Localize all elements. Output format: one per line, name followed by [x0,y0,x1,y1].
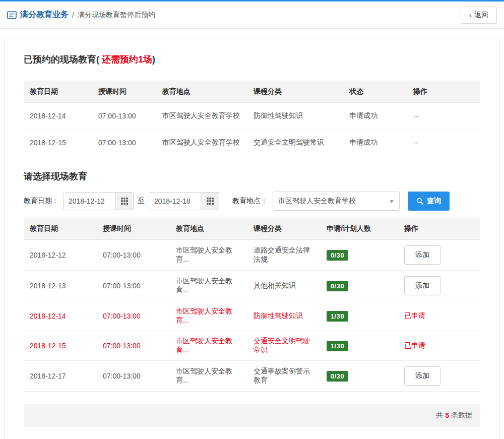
calendar-grid-icon [121,198,128,205]
cell-category: 道路交通安全法律法规 [247,240,321,271]
cell-time: 07:00-13:00 [97,271,170,301]
cell-location: 市区驾驶人安全教育学校 [156,130,247,156]
column-header: 课程分类 [247,81,343,103]
add-button[interactable]: 添加 [404,366,440,386]
breadcrumb-root-link[interactable]: 满分教育业务 [20,10,69,20]
booked-table-header-row: 教育日期授课时间教育地点课程分类状态操作 [24,81,480,103]
column-header: 教育日期 [24,218,97,240]
breadcrumb: 满分教育业务 / 满分现场教育暂停后预约 [7,10,155,20]
cell-capacity: 0/30 [321,361,398,392]
capacity-badge: 1/30 [327,341,348,351]
calendar-grid-icon [207,198,214,205]
cell-action: -- [407,130,480,156]
cell-category: 防御性驾驶知识 [247,301,321,331]
cell-time: 07:00-13:00 [92,103,156,130]
booked-table-row: 2018-12-1407:00-13:00市区驾驶人安全教育学校防御性驾驶知识申… [24,103,480,130]
main-card: 已预约的现场教育( 还需预约1场) 教育日期授课时间教育地点课程分类状态操作 2… [4,39,500,439]
date-from-input[interactable] [64,193,115,210]
applied-status-text: 已申请 [404,341,425,349]
back-button[interactable]: ‹ 返回 [461,7,497,24]
cell-location: 市区驾驶人安全教育... [170,271,247,301]
cell-status: 申请成功 [343,103,407,130]
search-icon [416,198,423,205]
cell-location: 市区驾驶人安全教育... [170,240,247,271]
capacity-badge: 0/30 [327,250,348,261]
cell-date: 2018-12-13 [24,271,97,301]
cell-status: 申请成功 [343,130,407,156]
cell-time: 07:00-13:00 [97,240,170,271]
to-label: 至 [138,197,145,206]
cell-location: 市区驾驶人安全教育... [170,361,247,392]
location-select[interactable]: 市区驾驶人安全教育学校 ▼ [273,192,400,211]
cell-date: 2018-12-15 [24,130,92,156]
session-table-row: 2018-12-1207:00-13:00市区驾驶人安全教育...道路交通安全法… [24,240,480,271]
location-filter-label: 教育地点： [232,197,268,206]
session-table-row: 2018-12-1507:00-13:00市区驾驶人安全教育...交通安全文明驾… [24,331,480,361]
booked-title-highlight: 还需预约1场 [102,54,152,65]
table-footer: 共 5 条数据 [24,404,480,427]
column-header: 教育日期 [24,81,92,103]
column-header: 课程分类 [247,218,321,240]
document-list-icon [7,10,17,20]
cell-action: 已申请 [398,301,480,331]
column-header: 授课时间 [97,218,170,240]
topbar: 满分教育业务 / 满分现场教育暂停后预约 ‹ 返回 [0,0,504,29]
date-to-input[interactable] [149,193,201,210]
session-table-row: 2018-12-1307:00-13:00市区驾驶人安全教育...其他相关知识0… [24,271,480,301]
applied-status-text: 已申请 [404,311,425,320]
back-button-label: 返回 [474,11,488,20]
column-header: 教育地点 [156,81,247,103]
column-header: 教育地点 [170,218,247,240]
search-button[interactable]: 查询 [408,192,450,211]
session-table-row: 2018-12-1407:00-13:00市区驾驶人安全教育...防御性驾驶知识… [24,301,480,331]
capacity-badge: 1/30 [327,311,348,322]
cell-time: 07:00-13:00 [92,130,156,156]
select-table-header-row: 教育日期授课时间教育地点课程分类申请/计划人数操作 [24,218,480,240]
date-to-group [149,192,219,210]
cell-date: 2018-12-14 [24,301,97,331]
chevron-left-icon: ‹ [469,11,472,19]
total-suffix: 条数据 [451,411,472,420]
column-header: 授课时间 [92,81,156,103]
cell-time: 07:00-13:00 [97,361,170,392]
cell-category: 其他相关知识 [247,271,321,301]
date-from-group [63,192,134,210]
cell-date: 2018-12-17 [24,361,97,392]
cell-capacity: 1/30 [321,331,398,361]
cell-category: 交通安全文明驾驶常识 [247,331,321,361]
select-section-title: 请选择现场教育 [24,170,480,182]
booked-title-prefix: 已预约的现场教育( [24,54,102,65]
cell-date: 2018-12-14 [24,103,92,130]
date-filter-label: 教育日期： [24,197,59,206]
column-header: 状态 [343,81,407,103]
booked-section-title: 已预约的现场教育( 还需预约1场) [24,53,480,66]
cell-action: 已申请 [398,331,480,361]
cell-category: 防御性驾驶知识 [247,103,343,130]
column-header: 申请/计划人数 [321,218,398,240]
capacity-badge: 0/30 [327,371,348,382]
breadcrumb-separator: / [72,11,74,19]
cell-action: 添加 [398,271,480,301]
cell-time: 07:00-13:00 [97,301,170,331]
cell-action: 添加 [398,361,480,392]
cell-location: 市区驾驶人安全教育... [170,331,247,361]
total-prefix: 共 [436,411,443,420]
add-button[interactable]: 添加 [404,276,440,295]
cell-category: 交通安全文明驾驶常识 [247,130,343,156]
available-sessions-table: 教育日期授课时间教育地点课程分类申请/计划人数操作 2018-12-1207:0… [24,218,480,392]
chevron-down-icon: ▼ [389,199,395,204]
session-table-row: 2018-12-1707:00-13:00市区驾驶人安全教育...交通事故案例警… [24,361,480,392]
column-header: 操作 [398,218,480,240]
capacity-badge: 0/30 [327,281,348,291]
column-header: 操作 [407,81,480,103]
add-button[interactable]: 添加 [404,245,440,265]
cell-category: 交通事故案例警示教育 [247,361,321,392]
cell-action: -- [407,103,480,130]
location-select-value: 市区驾驶人安全教育学校 [278,197,356,206]
cell-location: 市区驾驶人安全教育... [170,301,247,331]
filter-bar: 教育日期： 至 [24,192,480,211]
cell-date: 2018-12-12 [24,240,97,271]
breadcrumb-current: 满分现场教育暂停后预约 [78,11,155,20]
calendar-picker-button-to[interactable] [201,193,219,210]
calendar-picker-button-from[interactable] [115,193,133,210]
